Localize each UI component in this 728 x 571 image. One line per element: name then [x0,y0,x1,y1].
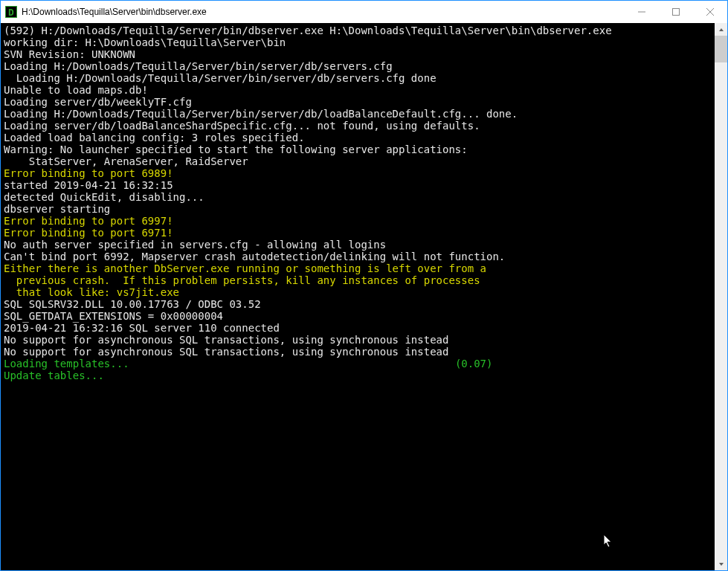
terminal-line: Loading templates... (0.07) [4,358,714,370]
terminal-line: Loading H:/Downloads/Tequilla/Server/bin… [4,60,714,72]
window-title: H:\Downloads\Tequilla\Server\bin\dbserve… [22,7,625,17]
terminal[interactable]: (592) H:/Downloads/Tequilla/Server/bin/d… [1,23,727,570]
terminal-line: (592) H:/Downloads/Tequilla/Server/bin/d… [4,25,714,36]
terminal-line: dbserver starting [4,203,714,215]
terminal-line: SQL_GETDATA_EXTENSIONS = 0x00000004 [4,310,714,322]
terminal-line: Error binding to port 6997! [4,215,714,227]
terminal-line: that look like: vs7jit.exe [4,286,714,298]
scroll-down-button[interactable] [715,558,727,570]
console-window: D H:\Downloads\Tequilla\Server\bin\dbser… [0,0,728,571]
close-button[interactable] [693,1,727,23]
terminal-line: StatServer, ArenaServer, RaidServer [4,155,714,167]
terminal-line: Loaded load balancing config: 3 roles sp… [4,132,714,143]
svg-marker-4 [719,28,724,31]
terminal-line: Error binding to port 6989! [4,167,714,179]
terminal-line: 2019-04-21 16:32:16 SQL server 110 conne… [4,322,714,334]
terminal-output: (592) H:/Downloads/Tequilla/Server/bin/d… [4,25,714,381]
scroll-up-button[interactable] [715,23,727,36]
terminal-line: Loading H:/Downloads/Tequilla/Server/bin… [4,108,714,120]
scrollbar[interactable] [715,23,727,570]
terminal-line: Can't bind port 6992, Mapserver crash au… [4,251,714,262]
terminal-line: SVN Revision: UNKNOWN [4,48,714,60]
terminal-line: Either there is another DbServer.exe run… [4,262,714,274]
terminal-line: SQL SQLSRV32.DLL 10.00.17763 / ODBC 03.5… [4,298,714,310]
terminal-line: Loading server/db/loadBalanceShardSpecif… [4,120,714,132]
terminal-line: working dir: H:\Downloads\Tequilla\Serve… [4,36,714,48]
minimize-button[interactable] [625,1,659,23]
terminal-line: No support for asynchronous SQL transact… [4,346,714,358]
window-controls [625,1,727,23]
terminal-line: started 2019-04-21 16:32:15 [4,179,714,191]
terminal-line: No support for asynchronous SQL transact… [4,334,714,346]
titlebar[interactable]: D H:\Downloads\Tequilla\Server\bin\dbser… [1,1,727,23]
terminal-line: Warning: No launcher specified to start … [4,143,714,155]
terminal-line: No auth server specified in servers.cfg … [4,239,714,251]
svg-marker-6 [604,535,611,547]
terminal-line: Loading H:/Downloads/Tequilla/Server/bin… [4,72,714,84]
svg-marker-5 [719,563,724,566]
terminal-line: previous crash. If this problem persists… [4,274,714,286]
maximize-button[interactable] [659,1,693,23]
terminal-line: Error binding to port 6971! [4,227,714,239]
terminal-line: Update tables... [4,370,714,381]
terminal-line: Unable to load maps.db! [4,84,714,96]
scroll-thumb[interactable] [715,36,727,62]
mouse-cursor-icon [604,535,613,548]
terminal-line: Loading server/db/weeklyTF.cfg [4,96,714,108]
app-icon: D [5,6,17,18]
svg-rect-1 [673,9,680,16]
terminal-line: detected QuickEdit, disabling... [4,191,714,203]
